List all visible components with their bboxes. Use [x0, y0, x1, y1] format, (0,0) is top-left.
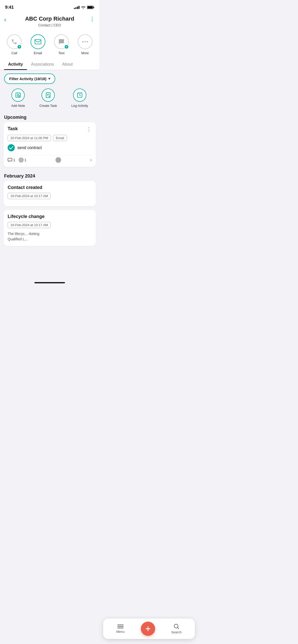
task-card: Task ⋮ 20-Feb-2024 at 11:00 PM Email sen…	[4, 122, 96, 167]
call-circle: +	[7, 34, 22, 49]
status-bar: 9:41	[0, 0, 99, 13]
text-message-icon	[58, 39, 64, 45]
task-card-header: Task ⋮	[8, 126, 92, 132]
contact-created-card: Contact created 16-Feb-2024 at 10:17 AM	[4, 181, 96, 206]
lifecycle-change-header: Lifecycle change	[8, 214, 92, 219]
dots-icon	[82, 41, 88, 42]
more-action-button[interactable]: More	[78, 34, 92, 55]
task-icon	[45, 92, 51, 98]
create-task-button[interactable]: Create Task	[39, 89, 57, 108]
svg-rect-11	[8, 158, 12, 161]
svg-point-12	[19, 158, 23, 162]
task-description: send contract	[17, 145, 42, 150]
add-note-button[interactable]: Add Note	[11, 89, 25, 108]
call-label: Call	[11, 51, 17, 55]
create-task-label: Create Task	[39, 104, 57, 108]
tab-associations[interactable]: Associations	[27, 59, 58, 70]
add-note-label: Add Note	[11, 104, 25, 108]
email-label: Email	[34, 51, 42, 55]
wifi-icon	[81, 6, 86, 9]
task-card-footer: 1 1 ›	[8, 155, 92, 163]
email-icon	[35, 39, 41, 44]
task-date-tag: 20-Feb-2024 at 11:00 PM	[8, 135, 51, 141]
task-type-tag: Email	[53, 135, 67, 141]
lifecycle-change-card: Lifecycle change 16-Feb-2024 at 10:17 AM…	[4, 210, 96, 246]
task-card-tags: 20-Feb-2024 at 11:00 PM Email	[8, 135, 92, 141]
filter-chevron-icon: ▾	[48, 77, 50, 81]
contact-header: ‹ ABC Corp Richard Contact | CEO ⋮	[0, 13, 99, 31]
task-card-title: Task	[8, 126, 18, 131]
action-buttons-bar: + Call Email + Text	[0, 31, 99, 59]
svg-rect-2	[93, 7, 94, 8]
contact-created-title: Contact created	[8, 185, 42, 190]
log-activity-circle	[73, 89, 86, 102]
call-plus-badge: +	[17, 45, 22, 49]
svg-rect-3	[35, 39, 41, 44]
svg-point-5	[84, 41, 86, 42]
contact-created-date-tag: 16-Feb-2024 at 10:17 AM	[8, 193, 51, 199]
filter-activity-button[interactable]: Filter Activity (18/18) ▾	[4, 74, 55, 84]
filter-label: Filter Activity (18/18)	[9, 77, 46, 81]
contact-name: ABC Corp Richard	[13, 15, 87, 23]
battery-icon	[87, 6, 94, 9]
svg-point-6	[87, 41, 88, 42]
home-indicator	[0, 280, 99, 284]
text-action-button[interactable]: + Text	[54, 34, 69, 55]
email-action-button[interactable]: Email	[31, 34, 45, 55]
text-label: Text	[58, 51, 64, 55]
log-activity-button[interactable]: Log Activity	[71, 89, 88, 108]
main-content: Filter Activity (18/18) ▾ Add Note	[0, 70, 99, 280]
comment-icon	[8, 158, 12, 162]
lifecycle-change-title: Lifecycle change	[8, 214, 45, 219]
upcoming-section-label: Upcoming	[0, 112, 99, 122]
tab-about[interactable]: About	[58, 59, 77, 70]
status-time: 9:41	[5, 5, 14, 10]
contact-subtitle: Contact | CEO	[13, 23, 87, 27]
lifecycle-change-description: The lifecyc... rketingQualified L...	[8, 231, 92, 242]
more-circle	[78, 34, 92, 49]
task-check-icon	[8, 144, 15, 151]
more-options-button[interactable]: ⋮	[89, 16, 95, 22]
svg-rect-1	[87, 6, 93, 8]
task-status-dot	[56, 157, 61, 163]
lifecycle-change-date-tag: 16-Feb-2024 at 10:17 AM	[8, 222, 51, 228]
text-circle: +	[54, 34, 69, 49]
comment-count: 1	[13, 158, 15, 162]
quick-actions-bar: Add Note Create Task Log Activity	[0, 87, 99, 112]
lifecycle-change-tags: 16-Feb-2024 at 10:17 AM	[8, 222, 92, 228]
february-section-label: February 2024	[0, 170, 99, 181]
home-bar	[34, 282, 65, 283]
log-activity-label: Log Activity	[71, 104, 88, 108]
email-circle	[31, 34, 45, 49]
add-note-circle	[11, 89, 25, 102]
tabs-bar: Activity Associations About	[0, 59, 99, 70]
phone-icon	[11, 39, 17, 45]
comment-stat: 1	[8, 158, 15, 162]
mention-count: 1	[24, 158, 26, 162]
contact-created-header: Contact created	[8, 185, 92, 190]
task-row: send contract	[8, 144, 92, 151]
tab-activity[interactable]: Activity	[4, 59, 27, 70]
filter-bar: Filter Activity (18/18) ▾	[0, 70, 99, 87]
task-card-menu-button[interactable]: ⋮	[86, 126, 92, 132]
back-button[interactable]: ‹	[4, 16, 6, 24]
mention-stat: 1	[19, 158, 26, 162]
log-icon	[77, 92, 83, 98]
create-task-circle	[42, 89, 55, 102]
text-plus-badge: +	[64, 45, 69, 49]
call-action-button[interactable]: + Call	[7, 34, 22, 55]
svg-point-13	[20, 159, 22, 161]
task-card-arrow-button[interactable]: ›	[90, 157, 92, 163]
more-label: More	[81, 51, 89, 55]
status-icons	[74, 6, 94, 9]
mention-icon	[19, 158, 23, 162]
signal-bars-icon	[74, 6, 79, 9]
svg-point-4	[82, 41, 84, 42]
note-icon	[15, 92, 21, 98]
contact-created-tags: 16-Feb-2024 at 10:17 AM	[8, 193, 92, 199]
